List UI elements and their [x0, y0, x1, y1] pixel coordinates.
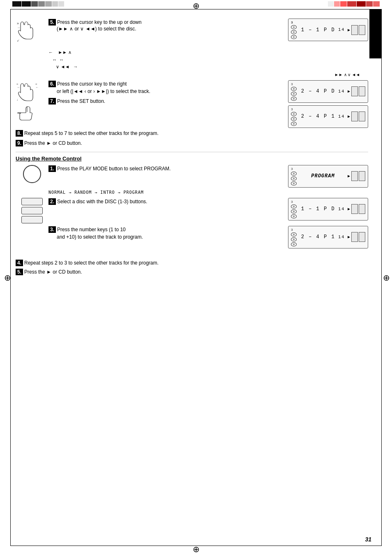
remote-step-5-block: 5.Press the ► or CD button.	[16, 268, 368, 276]
remote-step-4-text: Repeat steps 2 to 3 to select the other …	[24, 260, 159, 266]
remote-step-2-main: Select a disc with the DISC (1-3) button…	[57, 199, 147, 204]
svg-text:→: →	[16, 86, 20, 89]
top-decorative-bar: ⊕	[0, 0, 392, 7]
step-7-text: Press the SET button.	[57, 98, 105, 104]
step-6-7-displays: 3 2 – 4 P D 14 ▶ 3	[288, 80, 368, 128]
remote-step-3-sub: and +10) to select the track to program.	[57, 233, 282, 241]
display-step-7-text: 2 – 4 P 1	[301, 114, 335, 119]
border-right	[381, 9, 382, 546]
display-14-6: 14	[338, 89, 345, 94]
svg-text:→: →	[17, 26, 20, 30]
step-8-text: Repeat steps 5 to 7 to select the other …	[24, 130, 159, 136]
display-14: 14	[338, 28, 345, 32]
remote-step-1-block: 1.Press the PLAY MODE button to select P…	[16, 165, 368, 188]
step-5-arrow-diagram: ← ►► ∧ ↔ ↔ ∨ ◄◄ →	[48, 49, 368, 71]
step-5-display: 3 1 – 1 P D 14 ▶	[288, 19, 368, 41]
remote-step-1-display: 3 PROGRAM ▶	[288, 165, 368, 188]
step-5-icon: » → ↙	[16, 19, 48, 46]
remote-step-2-display: 3 1 – 1 P D 14 ▶	[288, 198, 368, 221]
play-arrow-r3: ▶	[348, 235, 350, 239]
left-registration-mark: ⊕	[4, 273, 11, 283]
remote-step-4-block: 4.Repeat steps 2 to 3 to select the othe…	[16, 259, 368, 267]
step-8-block: 8.Repeat steps 5 to 7 to select the othe…	[16, 130, 368, 137]
remote-section-heading: Using the Remote Control	[16, 156, 368, 162]
step-5-sub-text: (►► ∧ or ∨ ◄◄) to select the disc.	[57, 26, 282, 32]
disc-icon-1	[291, 35, 297, 39]
play-arrow-6: ▶	[348, 89, 350, 94]
disc-btn-2	[21, 207, 43, 214]
step-5-text: 5.Press the cursor key to the up or down…	[48, 19, 282, 32]
remote-step-4-number: 4.	[16, 260, 23, 266]
remote-step-3-block: 3.Press the number keys (1 to 10 and +10…	[16, 226, 368, 248]
step-6-sub: or left (|◄◄ ‹ or › ►►|) to select the t…	[57, 88, 282, 94]
display-14-r3: 14	[338, 235, 345, 239]
pointing-hand-icon	[16, 104, 38, 121]
display-disc-select-1-text: 1 – 1 P D	[301, 27, 335, 33]
section-divider	[16, 152, 368, 152]
arrow-note-5: ►► ∧ ∨ ◄◄	[16, 72, 360, 77]
step-6-7-block: » → « ← ↓ 6.Press the cursor key to the …	[16, 80, 368, 128]
bottom-decorative-bar	[0, 548, 392, 555]
disc-btn-1	[21, 198, 43, 205]
remote-circle-icon	[16, 165, 48, 183]
display-step-6: 3 2 – 4 P D 14 ▶	[288, 80, 368, 103]
remote-step-1-main: Press the PLAY MODE button to select PRO…	[57, 166, 171, 172]
circle-button	[23, 165, 41, 183]
play-arrow-r2: ▶	[348, 207, 350, 211]
disc-icon-3	[291, 25, 297, 29]
play-mode-sequence: NORMAL → RANDOM → INTRO → PROGRAM	[48, 190, 368, 195]
step-6-number: 6.	[48, 81, 56, 87]
display-step-6-text: 2 – 4 P D	[301, 88, 335, 94]
border-top	[10, 9, 382, 9]
remote-step-1-text: 1.Press the PLAY MODE button to select P…	[48, 165, 282, 172]
step-9-text: Press the ► or CD button.	[24, 140, 82, 146]
remote-step-3-display: 3 2 – 4 P 1 14 ▶	[288, 226, 368, 248]
step-5-block: » → ↙ 5.Press the cursor key to the up o…	[16, 19, 368, 46]
remote-step-3-number: 3.	[48, 226, 56, 233]
step-5-main-text: Press the cursor key to the up or down	[57, 19, 141, 25]
step-7-number: 7.	[48, 98, 56, 104]
play-arrow-7: ▶	[348, 114, 350, 119]
disc-icon-2	[291, 30, 297, 34]
step-6-text: Press the cursor key to the right	[57, 81, 127, 87]
svg-text:↙: ↙	[17, 39, 20, 42]
play-arrow-1: ▶	[348, 28, 350, 33]
display-14-r2: 14	[338, 207, 345, 211]
step-9-number: 9.	[16, 140, 23, 146]
display-step-r2-text: 1 – 1 P D	[301, 206, 335, 212]
remote-step-5-text: Press the ► or CD button.	[24, 269, 82, 275]
main-content: » → ↙ 5.Press the cursor key to the up o…	[16, 14, 368, 541]
remote-step-2-number: 2.	[48, 198, 56, 205]
svg-text:↓: ↓	[16, 98, 18, 102]
step-6-7-icons: » → « ← ↓	[16, 80, 48, 121]
program-display-text: PROGRAM	[311, 173, 334, 179]
disc-btn-3	[21, 216, 43, 223]
remote-step-3-main: Press the number keys (1 to 10	[57, 227, 126, 232]
step-5-number: 5.	[48, 19, 56, 26]
remote-step-2-block: 2.Select a disc with the DISC (1-3) butt…	[16, 198, 368, 223]
svg-text:»: »	[17, 21, 19, 26]
remote-step-2-text: 2.Select a disc with the DISC (1-3) butt…	[48, 198, 282, 205]
svg-text:←: ←	[35, 86, 39, 89]
remote-step-5-number: 5.	[16, 269, 23, 275]
display-step-7: 3 2 – 4 P 1 14 ▶	[288, 105, 368, 128]
step-8-number: 8.	[16, 130, 23, 137]
step-9-block: 9.Press the ► or CD button.	[16, 139, 368, 147]
hand-cursor-icon: » → ↙	[16, 19, 42, 45]
disc-buttons-icon	[16, 198, 48, 223]
hand-arrows-icon: » → « ← ↓	[16, 80, 42, 103]
step-6-7-text: 6.Press the cursor key to the right or l…	[48, 80, 282, 105]
remote-step-3-text: 3.Press the number keys (1 to 10 and +10…	[48, 226, 282, 241]
display-14-7: 14	[338, 114, 345, 119]
display-step-r3-text: 2 – 4 P 1	[301, 234, 335, 240]
time-slots-1	[351, 25, 365, 35]
play-arrow-r1: ▶	[348, 174, 350, 179]
right-registration-mark: ⊕	[383, 273, 390, 283]
remote-step-1-number: 1.	[48, 165, 56, 172]
right-tab-marker	[369, 9, 382, 58]
